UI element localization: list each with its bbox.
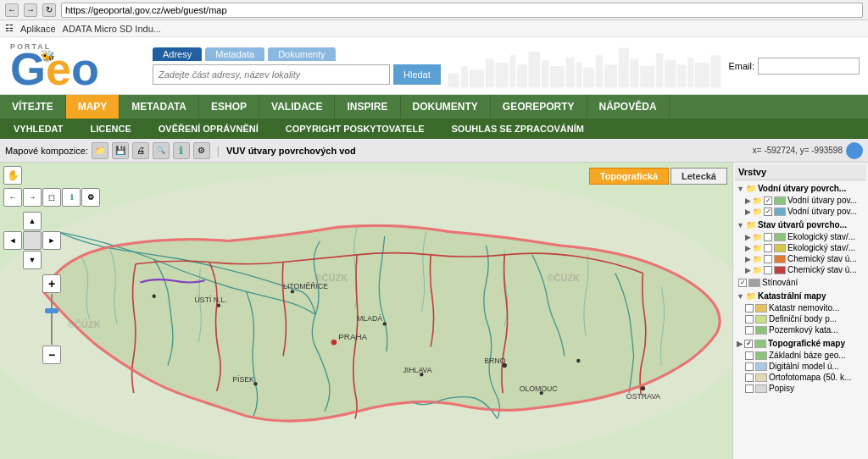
layer-checkbox-10[interactable] (745, 326, 754, 335)
save-icon[interactable]: 💾 (112, 142, 129, 159)
layer-checkbox-12[interactable] (745, 351, 754, 360)
bookmark-adata[interactable]: ADATA Micro SD Indu... (63, 24, 161, 34)
aerial-view-button[interactable]: Letecká (670, 168, 727, 185)
sec-nav-copyright[interactable]: COPYRIGHT POSKYTOVATELE (272, 119, 438, 139)
layer-item-stav-1[interactable]: ▶ 📁 Ekologický stav/... (735, 231, 866, 242)
nav-inspire[interactable]: INSPIRE (335, 95, 400, 119)
layer-checkbox-13[interactable] (745, 362, 754, 371)
nav-georeporty[interactable]: GEOREPORTY (491, 95, 587, 119)
layer-item-topo-1[interactable]: Základní báze geo... (735, 350, 866, 361)
layer-settings-button[interactable]: ⚙ (81, 188, 100, 207)
zoom-out-button[interactable]: − (42, 346, 61, 364)
layer-item-vodni-1[interactable]: ▶ 📁 ✓ Vodní útvary pov... (735, 195, 866, 206)
layer-checkbox-6[interactable] (764, 266, 772, 274)
layer-group-stinovani: ✓ Stínování (735, 277, 866, 288)
pan-right-button[interactable]: ► (42, 231, 61, 250)
bee-icon: 🐝 (41, 49, 55, 63)
nav-eshop[interactable]: ESHOP (199, 95, 259, 119)
tab-dokumenty[interactable]: Dokumenty (268, 47, 336, 61)
map-view-toggle: Topografická Letecká (589, 168, 727, 185)
identify-button[interactable]: ℹ (62, 188, 81, 207)
layer-item-topo-2[interactable]: Digitální model ú... (735, 361, 866, 372)
layer-item-katastr-3[interactable]: Pozemkový kata... (735, 324, 866, 335)
bookmark-aplikace[interactable]: Aplikace (20, 24, 56, 34)
print-icon[interactable]: 🖨 (132, 142, 149, 159)
svg-text:MLADÁ: MLADÁ (357, 314, 382, 323)
layer-item-stav-3[interactable]: ▶ 📁 Chemický stav ú... (735, 253, 866, 264)
layer-group-stav-header[interactable]: ▼ 📁 Stav útvarů povrcho... (735, 218, 866, 231)
map-view[interactable]: PRAHA BRNO MLADÁ ÚSTÍ N.L. LITOMĚŘICE OS… (0, 163, 732, 459)
nav-dokumenty[interactable]: DOKUMENTY (401, 95, 491, 119)
folder-icon[interactable]: 📁 (92, 142, 108, 159)
layer-item-topo-3[interactable]: Ortofotomapa (50. k... (735, 372, 866, 383)
back-button[interactable]: ← (5, 3, 19, 17)
map-coords: x= -592724, y= -993598 (753, 146, 843, 155)
map-controls: ✋ ← → ⬚ ℹ ⚙ ▲ ◄ ► ▼ (3, 166, 100, 364)
layer-checkbox-9[interactable] (745, 315, 754, 324)
svg-text:PRAHA: PRAHA (338, 332, 367, 341)
refresh-button[interactable]: ↻ (42, 3, 56, 17)
layer-group-katastr-header[interactable]: ▼ 📁 Katastrální mapy (735, 290, 866, 302)
tab-adresy[interactable]: Adresy (153, 47, 202, 61)
back-map-button[interactable]: ← (3, 188, 22, 207)
layer-checkbox-2[interactable]: ✓ (764, 207, 772, 216)
sec-nav-vyhledat[interactable]: VYHLEDAT (0, 119, 76, 139)
forward-map-button[interactable]: → (23, 188, 42, 207)
zoom-icon[interactable]: 🔍 (153, 142, 170, 159)
pan-down-button[interactable]: ▼ (23, 251, 42, 269)
layer-label-8: Katastr nemovito... (769, 303, 839, 312)
layer-label-3: Ekologický stav/... (787, 232, 855, 241)
layer-checkbox-14[interactable] (745, 373, 754, 382)
tab-metadata[interactable]: Metadata (205, 47, 264, 61)
svg-rect-7 (528, 52, 540, 87)
topographic-view-button[interactable]: Topografická (589, 168, 669, 185)
layer-checkbox-15[interactable] (745, 384, 754, 393)
nav-vitejte[interactable]: VÍTEJTE (0, 95, 66, 119)
search-input[interactable] (153, 64, 390, 85)
layer-group-topo-header[interactable]: ▶ ✓ Topografické mapy (735, 337, 866, 350)
layer-label-10: Pozemkový kata... (769, 325, 838, 335)
forward-button[interactable]: → (24, 3, 37, 17)
zoom-in-button[interactable]: + (42, 274, 61, 293)
globe-icon[interactable] (846, 142, 863, 159)
layer-item-topo-4[interactable]: Popisy (735, 383, 866, 394)
url-bar[interactable] (61, 3, 863, 18)
pan-left-button[interactable]: ◄ (3, 231, 22, 250)
search-button[interactable]: Hledat (393, 64, 441, 85)
group-label-3: Katastrální mapy (758, 291, 826, 301)
info-icon[interactable]: ℹ (173, 142, 190, 159)
layer-checkbox-5[interactable] (764, 255, 772, 263)
nav-napoveda[interactable]: NÁPOVĚDA (587, 95, 670, 119)
svg-rect-10 (566, 57, 575, 87)
settings-icon[interactable]: ⚙ (193, 142, 210, 159)
sec-nav-souhlas[interactable]: SOUHLAS SE ZPRACOVÁNÍM (438, 119, 598, 139)
svg-point-35 (153, 295, 156, 298)
folder-icon-1: 📁 (746, 184, 756, 193)
layer-item-stav-4[interactable]: ▶ 📁 Chemický stav ú... (735, 264, 866, 275)
email-input[interactable] (758, 58, 860, 75)
layer-checkbox-7[interactable]: ✓ (738, 279, 747, 287)
sec-nav-overeni[interactable]: OVĚŘENÍ OPRÁVNĚNÍ (145, 119, 272, 139)
layer-item-katastr-2[interactable]: Definiční body p... (735, 313, 866, 324)
hand-tool-button[interactable]: ✋ (3, 166, 22, 185)
layer-checkbox-4[interactable] (764, 244, 772, 252)
layer-checkbox-11[interactable]: ✓ (744, 340, 753, 348)
sec-nav-licence[interactable]: LICENCE (76, 119, 144, 139)
layer-label-15: Popisy (769, 384, 794, 393)
layer-group-vodni-header[interactable]: ▼ 📁 Vodní útvary povrch... (735, 182, 866, 195)
layer-item-katastr-1[interactable]: Katastr nemovito... (735, 302, 866, 313)
nav-metadata[interactable]: METADATA (120, 95, 199, 119)
layer-icon-13 (755, 362, 767, 371)
nav-mapy[interactable]: MAPY (66, 95, 120, 119)
svg-point-30 (576, 359, 580, 362)
nav-validace[interactable]: VALIDACE (259, 95, 335, 119)
site-header: PORTAL Geo 🐝 Adresy Metadata Dokumenty H… (0, 37, 868, 95)
extent-button[interactable]: ⬚ (42, 188, 61, 207)
layer-checkbox-1[interactable]: ✓ (764, 196, 772, 205)
pan-up-button[interactable]: ▲ (23, 212, 42, 230)
layer-item-stav-2[interactable]: ▶ 📁 Ekologický stav/... (735, 242, 866, 253)
layer-checkbox-8[interactable] (745, 304, 754, 312)
layer-item-vodni-2[interactable]: ▶ 📁 ✓ Vodní útvary pov... (735, 206, 866, 217)
layer-item-stinovani[interactable]: ✓ Stínování (735, 277, 866, 288)
layer-checkbox-3[interactable] (764, 233, 772, 241)
